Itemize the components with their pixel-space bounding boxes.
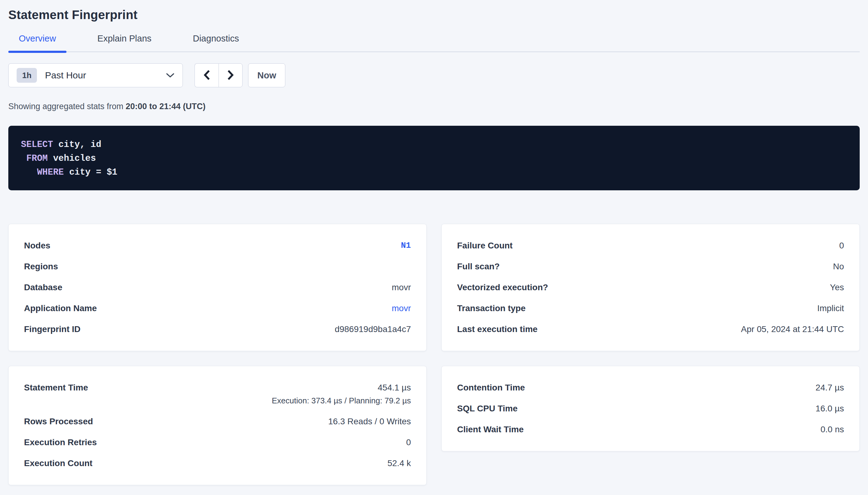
row-label-application-name: Application Name [24,303,97,313]
table-row: Execution Retries 0 [24,432,411,453]
row-label-vectorized-execution: Vectorized execution? [457,282,548,293]
table-row: Statement Time 454.1 µs Execution: 373.4… [24,377,411,411]
statement-timing-card: Statement Time 454.1 µs Execution: 373.4… [8,366,427,485]
execution-attributes-card: Failure Count 0 Full scan? No Vectorized… [441,224,860,351]
row-label-nodes: Nodes [24,240,50,251]
table-row: Application Name movr [24,298,411,319]
time-range-badge: 1h [17,68,37,83]
failure-count-value: 0 [839,240,844,251]
row-label-execution-retries: Execution Retries [24,437,97,448]
previous-interval-button[interactable] [195,63,218,87]
row-label-transaction-type: Transaction type [457,303,526,313]
row-label-rows-processed: Rows Processed [24,416,93,427]
table-row: Fingerprint ID d986919d9ba1a4c7 [24,319,411,340]
database-value: movr [392,282,411,293]
table-row: Full scan? No [457,256,844,277]
row-label-statement-time: Statement Time [24,382,88,393]
stats-cards: Nodes N1 Regions Database movr Applicati… [8,224,860,485]
statement-fingerprint-page: Statement Fingerprint Overview Explain P… [0,0,868,495]
statement-time-breakdown: Execution: 373.4 µs / Planning: 79.2 µs [272,395,411,406]
full-scan-value: No [833,261,844,272]
chevron-down-icon [166,72,175,78]
sql-statement-box: SELECT city, id FROM vehicles WHERE city… [8,126,860,190]
client-wait-time-value: 0.0 ns [821,424,844,435]
table-row: Vectorized execution? Yes [457,277,844,298]
time-shift-buttons [195,63,243,87]
page-title: Statement Fingerprint [8,0,860,23]
sql-cpu-time-value: 16.0 µs [816,404,844,414]
next-interval-button[interactable] [218,63,243,87]
table-row: Last execution time Apr 05, 2024 at 21:4… [457,319,844,340]
rows-processed-value: 16.3 Reads / 0 Writes [328,416,411,427]
aggregation-caption-prefix: Showing aggregated stats from [8,102,126,111]
row-label-contention-time: Contention Time [457,382,525,393]
time-range-dropdown[interactable]: 1h Past Hour [8,63,183,87]
row-label-failure-count: Failure Count [457,240,512,251]
table-row: Database movr [24,277,411,298]
aggregation-caption-range: 20:00 to 21:44 (UTC) [126,102,206,111]
tab-explain-plans[interactable]: Explain Plans [87,33,162,51]
time-controls: 1h Past Hour Now [8,63,860,87]
row-label-execution-count: Execution Count [24,458,92,468]
row-label-database: Database [24,282,63,293]
fingerprint-id-value: d986919d9ba1a4c7 [334,324,411,335]
row-label-regions: Regions [24,261,58,272]
table-row: Rows Processed 16.3 Reads / 0 Writes [24,411,411,432]
table-row: Nodes N1 [24,235,411,256]
wait-time-card: Contention Time 24.7 µs SQL CPU Time 16.… [441,366,860,451]
nodes-link[interactable]: N1 [401,240,411,251]
statement-details-card: Nodes N1 Regions Database movr Applicati… [8,224,427,351]
row-label-fingerprint-id: Fingerprint ID [24,324,81,335]
row-label-client-wait-time: Client Wait Time [457,424,524,435]
execution-retries-value: 0 [406,437,411,448]
table-row: Execution Count 52.4 k [24,453,411,474]
table-row: SQL CPU Time 16.0 µs [457,398,844,419]
tab-bar: Overview Explain Plans Diagnostics [8,33,860,52]
now-button[interactable]: Now [248,63,285,87]
contention-time-value: 24.7 µs [816,382,844,393]
time-range-selected: Past Hour [45,70,86,81]
table-row: Client Wait Time 0.0 ns [457,419,844,440]
table-row: Transaction type Implicit [457,298,844,319]
vectorized-execution-value: Yes [830,282,844,293]
execution-count-value: 52.4 k [388,458,411,468]
statement-time-value: 454.1 µs Execution: 373.4 µs / Planning:… [272,382,411,406]
row-label-last-execution-time: Last execution time [457,324,537,335]
table-row: Failure Count 0 [457,235,844,256]
application-name-link[interactable]: movr [392,303,411,313]
statement-time-total: 454.1 µs [272,382,411,393]
row-label-full-scan: Full scan? [457,261,499,272]
transaction-type-value: Implicit [817,303,844,313]
table-row: Contention Time 24.7 µs [457,377,844,398]
row-label-sql-cpu-time: SQL CPU Time [457,404,518,414]
sql-statement: SELECT city, id FROM vehicles WHERE city… [21,138,847,179]
aggregation-caption: Showing aggregated stats from 20:00 to 2… [8,101,860,111]
tab-overview[interactable]: Overview [8,33,66,51]
chevron-right-icon [227,69,234,82]
tab-diagnostics[interactable]: Diagnostics [182,33,249,51]
table-row: Regions [24,256,411,277]
chevron-left-icon [203,69,211,82]
last-execution-time-value: Apr 05, 2024 at 21:44 UTC [741,324,844,335]
